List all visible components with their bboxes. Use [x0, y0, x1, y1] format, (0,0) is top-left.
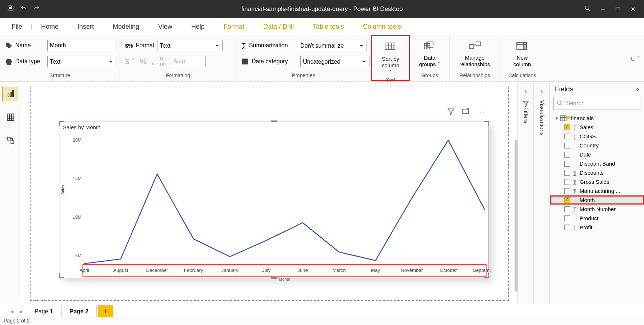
svg-rect-41	[560, 116, 566, 121]
svg-rect-10	[428, 42, 433, 47]
percent-button[interactable]: %	[140, 58, 147, 66]
field-label: COGS	[580, 133, 596, 139]
group-label-formatting: Formatting	[125, 72, 231, 80]
save-icon[interactable]	[7, 5, 14, 13]
svg-text:March: March	[332, 267, 346, 273]
svg-rect-20	[11, 141, 14, 144]
field-checkbox[interactable]	[564, 197, 570, 203]
field-manufacturing-[interactable]: ∑Manufacturing ...	[550, 186, 644, 195]
menu-insert[interactable]: Insert	[76, 19, 95, 34]
filter-visual-icon[interactable]	[447, 107, 455, 117]
data-view-button[interactable]	[3, 110, 19, 124]
currency-button[interactable]: $ ˅	[125, 57, 135, 66]
field-discounts[interactable]: ∑Discounts	[550, 168, 644, 177]
field-checkbox[interactable]	[564, 215, 570, 221]
chart-visual[interactable]: ··· Sales by Month 5M10M15M20MAprilAugus…	[60, 122, 489, 278]
close-icon[interactable]: ✕	[631, 6, 635, 13]
menu-table-tools[interactable]: Table tools	[311, 19, 345, 34]
svg-text:5M: 5M	[75, 253, 81, 258]
field-checkbox[interactable]	[564, 206, 570, 212]
field-checkbox[interactable]	[564, 188, 570, 194]
field-gross-sales[interactable]: ∑Gross Sales	[550, 177, 644, 186]
field-country[interactable]: Country	[550, 141, 644, 150]
field-checkbox[interactable]	[564, 134, 570, 139]
thousands-button[interactable]: ,	[151, 58, 153, 66]
field-sales[interactable]: ∑Sales	[550, 123, 644, 132]
sort-by-column-button[interactable]: Sort by column ˅	[377, 40, 404, 77]
y-axis-label: Sales	[61, 185, 65, 195]
field-checkbox[interactable]	[564, 124, 570, 130]
collapse-fields-icon[interactable]: ›	[637, 85, 639, 93]
group-label-groups: Groups	[415, 72, 444, 80]
decimals-button[interactable]: .0.00	[159, 56, 165, 67]
field-checkbox[interactable]	[564, 170, 570, 176]
field-checkbox[interactable]	[564, 143, 570, 148]
field-month-number[interactable]: ∑Month Number	[550, 205, 644, 214]
model-view-button[interactable]	[3, 133, 19, 148]
menu-modeling[interactable]: Modeling	[111, 19, 141, 34]
menu-data-drill[interactable]: Data / Drill	[262, 19, 295, 34]
group-label-properties: Properties	[241, 72, 365, 80]
collapse-ribbon-icon[interactable]: ▢ ˄	[631, 55, 640, 61]
page-tab-2[interactable]: Page 2	[61, 305, 97, 318]
report-view-button[interactable]	[2, 87, 18, 101]
category-select[interactable]: Uncategorized	[300, 56, 369, 67]
svg-text:August: August	[113, 267, 128, 273]
menu-format[interactable]: Format	[222, 19, 246, 34]
search-icon[interactable]	[584, 5, 591, 13]
svg-text:20M: 20M	[73, 138, 81, 143]
field-date[interactable]: Date	[550, 150, 644, 159]
menu-home[interactable]: Home	[40, 19, 60, 34]
datatype-select[interactable]: Text	[47, 56, 116, 67]
field-label: Manufacturing ...	[580, 188, 620, 194]
report-page[interactable]: ··· Sales by Month 5M10M15M20MAprilAugus…	[30, 87, 509, 301]
manage-relationships-button[interactable]: Manage relationships	[455, 39, 495, 69]
redo-icon[interactable]	[33, 5, 40, 13]
focus-mode-icon[interactable]	[461, 107, 469, 117]
field-checkbox[interactable]	[564, 152, 570, 158]
svg-rect-2	[9, 8, 12, 11]
field-label: Discount Band	[580, 160, 615, 167]
field-cogs[interactable]: ∑COGS	[550, 132, 644, 141]
data-groups-button[interactable]: Data groups ˅	[415, 39, 444, 69]
field-label: Month	[580, 197, 595, 203]
new-column-button[interactable]: New column	[505, 39, 539, 69]
field-discount-band[interactable]: Discount Band	[550, 159, 644, 168]
visualizations-pane-collapsed[interactable]: ‹ Visualizations	[533, 82, 549, 306]
visualizations-pane-label: Visualizations	[539, 100, 545, 136]
add-page-button[interactable]: +	[98, 305, 113, 318]
expand-visualizations-icon[interactable]: ‹	[540, 87, 543, 95]
menu-help[interactable]: Help	[190, 19, 206, 34]
menu-view[interactable]: View	[157, 19, 174, 34]
prev-page-button[interactable]: ◄	[7, 309, 17, 314]
format-select[interactable]: Text	[157, 40, 223, 51]
field-label: Profit	[580, 224, 592, 230]
canvas-scrollbar[interactable]	[515, 140, 517, 292]
maximize-icon[interactable]: ☐	[615, 6, 620, 13]
field-checkbox[interactable]	[564, 161, 570, 167]
field-product[interactable]: Product	[550, 214, 644, 223]
search-icon	[557, 100, 563, 107]
field-checkbox[interactable]	[564, 225, 570, 230]
menu-file[interactable]: File	[10, 19, 24, 34]
tag-icon	[5, 42, 12, 49]
summarization-select[interactable]: Don't summarize	[298, 40, 367, 51]
column-name-input[interactable]	[47, 40, 116, 51]
svg-text:January: January	[221, 267, 239, 273]
field-checkbox[interactable]	[564, 179, 570, 185]
minimize-icon[interactable]: ─	[601, 6, 605, 13]
svg-rect-7	[243, 59, 248, 64]
filters-pane-collapsed[interactable]: ‹ Filters	[517, 82, 533, 306]
page-tab-1[interactable]: Page 1	[26, 305, 61, 318]
expand-filters-icon[interactable]: ‹	[524, 87, 527, 95]
menu-column-tools[interactable]: Column tools	[361, 19, 403, 34]
more-options-icon[interactable]: ···	[476, 107, 485, 117]
report-canvas[interactable]: ··· Sales by Month 5M10M15M20MAprilAugus…	[21, 82, 517, 306]
undo-icon[interactable]	[20, 5, 27, 13]
table-financials[interactable]: ▾financials	[550, 114, 644, 123]
field-profit[interactable]: ∑Profit	[550, 223, 644, 232]
svg-text:February: February	[184, 267, 203, 273]
fields-search[interactable]: Search	[553, 97, 640, 110]
next-page-button[interactable]: ►	[17, 309, 26, 314]
field-month[interactable]: Month	[550, 195, 644, 205]
